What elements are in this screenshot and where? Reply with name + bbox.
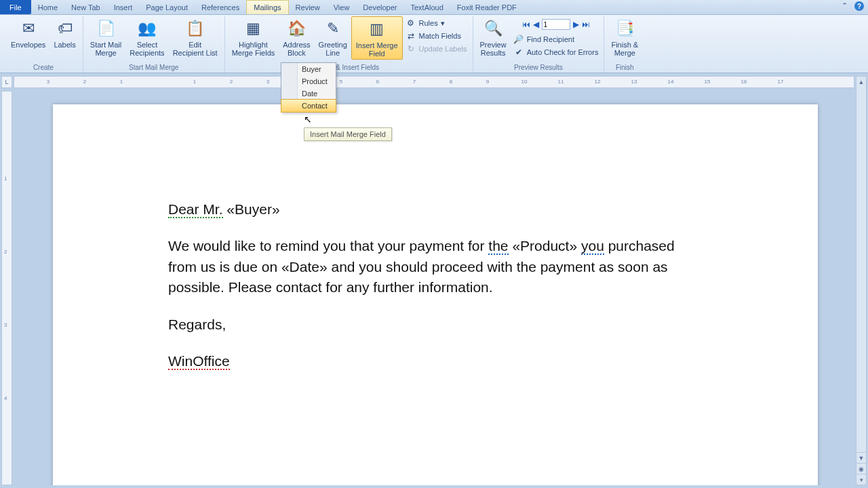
labels-icon: 🏷 [54, 18, 76, 39]
vertical-scrollbar[interactable]: ▲ ▼ ◉ ▾ [856, 76, 867, 485]
select-recipients-button[interactable]: 👥 Select Recipients [125, 16, 168, 58]
tab-view[interactable]: View [327, 0, 357, 14]
dropdown-item-product[interactable]: Product [281, 75, 336, 87]
group-start-label: Start Mail Merge [129, 64, 178, 73]
tab-file[interactable]: File [0, 0, 31, 14]
ruler-tick: 12 [595, 79, 601, 85]
envelope-icon: ✉ [18, 18, 39, 39]
first-record-button[interactable]: ⏮ [522, 20, 530, 29]
labels-label: Labels [54, 41, 75, 49]
finish-merge-icon: 📑 [614, 18, 635, 39]
tab-selector[interactable]: L [1, 76, 12, 88]
highlight-merge-fields-button[interactable]: ▦ Highlight Merge Fields [228, 16, 279, 58]
ruler-tick: 17 [778, 79, 784, 85]
insert-merge-field-label: Insert Merge Field [356, 41, 398, 58]
body-paragraph[interactable]: We would like to remind you that your pa… [168, 236, 703, 298]
ruler-tick: 7 [413, 79, 416, 85]
scroll-up-button[interactable]: ▲ [856, 77, 866, 87]
tab-review[interactable]: Review [289, 0, 327, 14]
ruler-tick-v: 4 [4, 395, 7, 401]
tooltip-insert-mail-merge-field: Insert Mail Merge Field [304, 127, 392, 141]
horizontal-ruler[interactable]: 3211234567891011121314151617 [14, 76, 854, 88]
tab-insert[interactable]: Insert [107, 0, 140, 14]
auto-check-errors-button[interactable]: ✔ Auto Check for Errors [513, 47, 599, 58]
dropdown-item-buyer[interactable]: Buyer [281, 63, 336, 75]
minimize-ribbon-icon[interactable]: ⌃ [842, 1, 848, 11]
vertical-ruler[interactable]: 1234 [1, 91, 12, 485]
insert-merge-field-icon: ▥ [366, 18, 388, 40]
ribbon: ✉ Envelopes 🏷 Labels Create 📄 Start Mail… [0, 15, 868, 73]
record-number-input[interactable] [542, 19, 570, 30]
ruler-tick: 2 [83, 79, 86, 85]
update-labels-label: Update Labels [419, 45, 467, 53]
ruler-tick-v: 2 [4, 249, 7, 255]
tab-newtab[interactable]: New Tab [64, 0, 107, 14]
scroll-track[interactable] [856, 88, 866, 451]
group-create-label: Create [33, 64, 54, 73]
help-icon[interactable]: ? [854, 1, 864, 11]
address-block-label: Address Block [283, 41, 310, 57]
group-write-insert: ▦ Highlight Merge Fields 🏠 Address Block… [225, 16, 473, 73]
select-recipients-label: Select Recipients [130, 41, 164, 57]
group-start-mail-merge: 📄 Start Mail Merge 👥 Select Recipients 📋… [83, 16, 225, 73]
signature-text: WinOffice [168, 353, 230, 370]
labels-button[interactable]: 🏷 Labels [50, 16, 79, 50]
auto-check-icon: ✔ [513, 47, 524, 58]
group-finish: 📑 Finish & Merge Finish [604, 16, 645, 73]
match-fields-icon: ⇄ [406, 30, 416, 41]
next-page-button[interactable]: ▾ [856, 474, 866, 485]
ruler-tick: 13 [631, 79, 637, 85]
tab-references[interactable]: References [195, 0, 246, 14]
greeting-line-label: Greeting Line [319, 41, 347, 57]
find-recipient-icon: 🔎 [513, 34, 524, 45]
last-record-button[interactable]: ⏭ [582, 20, 590, 29]
tab-home[interactable]: Home [31, 0, 64, 14]
tab-mailings[interactable]: Mailings [246, 0, 288, 14]
envelopes-label: Envelopes [11, 41, 45, 49]
ruler-tick: 3 [47, 79, 50, 85]
next-record-button[interactable]: ▶ [573, 20, 579, 29]
tab-developer[interactable]: Developer [356, 0, 403, 14]
ruler-tick: 15 [705, 79, 711, 85]
finish-merge-button[interactable]: 📑 Finish & Merge [607, 16, 642, 58]
ruler-tick: 10 [521, 79, 528, 85]
chevron-down-icon: ▾ [441, 19, 445, 28]
greeting-line-icon: ✎ [322, 18, 344, 39]
dropdown-item-contact[interactable]: Contact [281, 99, 336, 113]
auto-check-label: Auto Check for Errors [527, 48, 599, 56]
edit-recipient-list-icon: 📋 [184, 18, 206, 39]
group-finish-label: Finish [616, 64, 634, 73]
preview-results-label: Preview Results [480, 41, 507, 57]
address-block-button[interactable]: 🏠 Address Block [279, 16, 314, 58]
group-preview-results: 🔍 Preview Results ⏮ ◀ ▶ ⏭ 🔎 Find Recipie… [473, 16, 605, 73]
greeting-line[interactable]: Dear Mr. «Buyer» [168, 199, 703, 220]
start-mail-merge-button[interactable]: 📄 Start Mail Merge [86, 16, 125, 58]
prev-page-button[interactable]: ◉ [856, 463, 866, 474]
edit-recipient-list-label: Edit Recipient List [173, 41, 218, 57]
regards-line[interactable]: Regards, [168, 314, 703, 335]
start-mail-merge-label: Start Mail Merge [90, 41, 121, 57]
envelopes-button[interactable]: ✉ Envelopes [7, 16, 50, 50]
ruler-tick: 5 [340, 79, 342, 85]
find-recipient-button[interactable]: 🔎 Find Recipient [513, 34, 599, 45]
document-page[interactable]: Dear Mr. «Buyer» We would like to remind… [53, 104, 818, 485]
preview-results-button[interactable]: 🔍 Preview Results [476, 16, 511, 58]
tab-page-layout[interactable]: Page Layout [139, 0, 195, 14]
dropdown-item-date[interactable]: Date [281, 87, 336, 100]
tab-textaloud[interactable]: TextAloud [403, 0, 450, 14]
body-text-1: We would like to remind you that your pa… [168, 238, 488, 253]
match-fields-button[interactable]: ⇄ Match Fields [406, 30, 467, 41]
prev-record-button[interactable]: ◀ [533, 20, 539, 29]
rules-label: Rules [419, 19, 438, 27]
scroll-down-button[interactable]: ▼ [856, 452, 866, 463]
tab-foxit[interactable]: Foxit Reader PDF [450, 0, 524, 14]
rules-button[interactable]: ⚙ Rules ▾ [406, 18, 467, 28]
finish-merge-label: Finish & Merge [611, 41, 638, 57]
preview-results-icon: 🔍 [482, 18, 504, 39]
greeting-line-button[interactable]: ✎ Greeting Line [315, 16, 351, 58]
match-fields-label: Match Fields [419, 32, 461, 40]
greeting-prefix: Dear Mr. [168, 201, 223, 218]
edit-recipient-list-button[interactable]: 📋 Edit Recipient List [169, 16, 222, 58]
signature-line[interactable]: WinOffice [168, 351, 703, 371]
insert-merge-field-button[interactable]: ▥ Insert Merge Field [351, 16, 403, 60]
